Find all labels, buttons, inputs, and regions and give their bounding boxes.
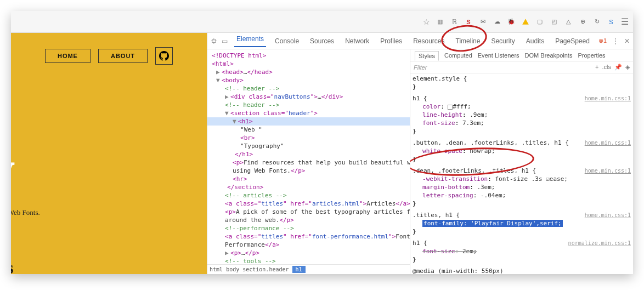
filter-input[interactable]: Filter bbox=[414, 64, 427, 71]
page-section-heading: s bbox=[11, 258, 13, 274]
ext-sync-icon[interactable]: ↻ bbox=[592, 18, 601, 26]
ext-box-icon[interactable]: ▢ bbox=[535, 18, 544, 26]
tab-network[interactable]: Network bbox=[343, 37, 371, 45]
ext-clip-icon[interactable]: ◰ bbox=[550, 18, 558, 26]
subtab-breakpoints[interactable]: DOM Breakpoints bbox=[525, 52, 573, 59]
tab-resources[interactable]: Resources bbox=[411, 37, 447, 45]
tab-pagespeed[interactable]: PageSpeed bbox=[553, 37, 592, 45]
cls-toggle[interactable]: .cls bbox=[602, 64, 612, 71]
chrome-menu-icon[interactable]: ☰ bbox=[621, 16, 629, 27]
breadcrumb[interactable]: html body section.header h1 bbox=[207, 264, 410, 274]
css-rules-pane[interactable]: element.style {}home.min.css:1h1 {color:… bbox=[410, 73, 633, 274]
devtools-tabs: ⯐ ▭ Elements Console Sources Network Pro… bbox=[207, 33, 633, 49]
pin-icon[interactable]: 📌 bbox=[614, 64, 622, 71]
dom-tree[interactable]: <!DOCTYPE html> <html> ▶<head>…</head> ▼… bbox=[207, 49, 410, 264]
ext-barcode-icon[interactable]: ▥ bbox=[436, 18, 444, 26]
tab-console[interactable]: Console bbox=[273, 37, 301, 45]
page-hero-title: )phy bbox=[11, 82, 15, 201]
bookmark-star-icon[interactable]: ☆ bbox=[423, 18, 430, 26]
hov-icon[interactable]: ◈ bbox=[625, 64, 630, 71]
tab-timeline[interactable]: Timeline bbox=[454, 37, 483, 45]
nav-home-button[interactable]: HOME bbox=[45, 49, 91, 63]
page-hero-tagline: ebsites using Web Fonts. bbox=[11, 208, 40, 217]
ext-bug-icon[interactable]: 🐞 bbox=[507, 18, 516, 26]
ext-s-icon[interactable]: S bbox=[464, 18, 473, 26]
subtab-properties[interactable]: Properties bbox=[578, 52, 605, 59]
breadcrumb-item-active[interactable]: h1 bbox=[292, 266, 306, 273]
ext-g-icon[interactable]: ⊕ bbox=[578, 18, 587, 26]
subtab-styles[interactable]: Styles bbox=[415, 51, 439, 61]
new-rule-icon[interactable]: + bbox=[595, 64, 598, 71]
tab-sources[interactable]: Sources bbox=[308, 37, 336, 45]
ext-gdrive-icon[interactable]: △ bbox=[564, 18, 573, 26]
breadcrumb-item[interactable]: body bbox=[226, 266, 239, 272]
nav-about-button[interactable]: ABOUT bbox=[98, 49, 148, 63]
nav-github-button[interactable] bbox=[155, 47, 173, 65]
ext-r-icon[interactable]: ℝ bbox=[450, 18, 459, 26]
page-nav: HOME ABOUT bbox=[11, 44, 207, 65]
ext-s2-icon[interactable]: S bbox=[607, 18, 615, 26]
tab-security[interactable]: Security bbox=[489, 37, 517, 45]
devtools-menu-icon[interactable]: ⋮ bbox=[612, 37, 619, 45]
page-preview: HOME ABOUT )phy ebsites using Web Fonts.… bbox=[11, 33, 207, 274]
inspect-element-icon[interactable]: ⯐ bbox=[211, 37, 217, 45]
tab-elements[interactable]: Elements bbox=[234, 35, 266, 47]
ext-mail-icon[interactable]: ✉ bbox=[478, 18, 487, 26]
ext-cloud-icon[interactable]: ☁ bbox=[493, 18, 501, 26]
styles-subtabs: Styles Computed Event Listeners DOM Brea… bbox=[410, 49, 633, 61]
tab-profiles[interactable]: Profiles bbox=[378, 37, 404, 45]
github-icon bbox=[159, 51, 169, 61]
devtools-close-icon[interactable]: ✕ bbox=[624, 37, 630, 45]
subtab-listeners[interactable]: Event Listeners bbox=[478, 52, 519, 59]
breadcrumb-item[interactable]: section.header bbox=[242, 266, 289, 272]
subtab-computed[interactable]: Computed bbox=[444, 52, 472, 59]
breadcrumb-item[interactable]: html bbox=[210, 266, 223, 272]
tab-audits[interactable]: Audits bbox=[524, 37, 546, 45]
device-toolbar-icon[interactable]: ▭ bbox=[222, 37, 228, 45]
ext-warn-icon[interactable] bbox=[521, 18, 530, 26]
error-count[interactable]: ⊗1 bbox=[598, 37, 607, 44]
